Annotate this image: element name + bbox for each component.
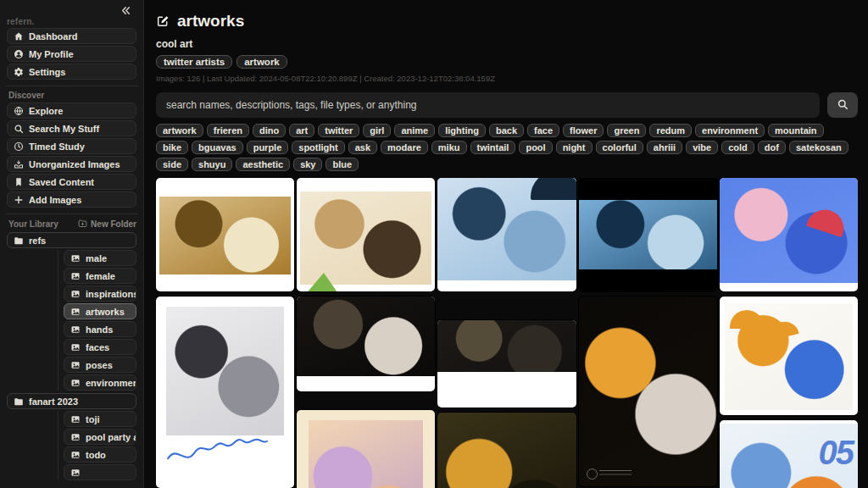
library-item-faces[interactable]: faces bbox=[64, 339, 136, 355]
artwork-card-sakura-violinist[interactable] bbox=[720, 178, 858, 291]
filter-tag-aesthetic[interactable]: aesthetic bbox=[236, 158, 290, 171]
artwork-card-pale-couple-illustration[interactable] bbox=[297, 178, 435, 291]
filter-tag-bguavas[interactable]: bguavas bbox=[192, 141, 243, 154]
filter-tag-ask[interactable]: ask bbox=[348, 141, 377, 154]
image-icon bbox=[70, 378, 81, 388]
filter-tag-ahriii[interactable]: ahriii bbox=[647, 141, 682, 154]
filter-tag-redum[interactable]: redum bbox=[649, 124, 692, 137]
artwork-card-blue-umbrella-duo[interactable] bbox=[437, 178, 576, 291]
library-item-todo[interactable]: todo bbox=[64, 446, 136, 463]
sidebar-item-label: Dashboard bbox=[29, 31, 77, 42]
library-item-hands[interactable]: hands bbox=[64, 321, 136, 337]
filter-tag-dof[interactable]: dof bbox=[758, 141, 786, 154]
collection-tag[interactable]: twitter artists bbox=[156, 55, 232, 69]
artwork-card-dark-ballroom-scene[interactable] bbox=[297, 297, 435, 391]
filter-tag-frieren[interactable]: frieren bbox=[207, 124, 249, 137]
library-item-toji[interactable]: toji bbox=[64, 411, 136, 427]
library-item-label: male bbox=[86, 253, 107, 263]
image-icon bbox=[70, 432, 81, 442]
artwork-card-flame-prayer-figure[interactable] bbox=[579, 297, 717, 486]
sidebar-item-label: My Profile bbox=[29, 49, 74, 59]
library-item-label: artworks bbox=[86, 307, 125, 317]
search-input[interactable] bbox=[156, 92, 820, 118]
library-item-label: hands bbox=[86, 324, 113, 335]
filter-tag-girl[interactable]: girl bbox=[363, 124, 391, 137]
library-section-label: Your Library bbox=[8, 219, 58, 229]
filter-tag-art[interactable]: art bbox=[289, 124, 314, 137]
artwork-card-orange-umbrella-studies[interactable] bbox=[720, 297, 858, 415]
filter-tag-dino[interactable]: dino bbox=[253, 124, 286, 137]
library-item-poses[interactable]: poses bbox=[64, 357, 136, 373]
artwork-card-manga-cover-05[interactable]: 05 bbox=[720, 420, 858, 488]
library-item-pool-party-ahri[interactable]: pool party ahri bbox=[64, 429, 136, 445]
filter-tag-spotlight[interactable]: spotlight bbox=[292, 141, 344, 154]
filter-tag-cold[interactable]: cold bbox=[721, 141, 754, 154]
sidebar-item-my-profile[interactable]: My Profile bbox=[7, 46, 136, 62]
library-folder-fanart-2023[interactable]: fanart 2023 bbox=[7, 393, 136, 409]
sidebar-item-settings[interactable]: Settings bbox=[7, 64, 136, 80]
library-item-male[interactable]: male bbox=[64, 250, 136, 266]
filter-tag-modare[interactable]: modare bbox=[381, 141, 428, 154]
filter-tag-bike[interactable]: bike bbox=[156, 141, 188, 154]
sidebar-item-dashboard[interactable]: Dashboard bbox=[7, 28, 136, 44]
filter-tag-miku[interactable]: miku bbox=[431, 141, 467, 154]
grid-column bbox=[437, 178, 576, 488]
artwork-card-monochrome-duo-illustration[interactable] bbox=[156, 297, 294, 488]
collapse-sidebar-button[interactable] bbox=[120, 4, 136, 19]
library-item-label: pool party ahri bbox=[86, 432, 136, 442]
new-folder-button[interactable]: New Folder bbox=[78, 219, 136, 230]
folder-label: fanart 2023 bbox=[29, 396, 78, 407]
sidebar-item-label: Explore bbox=[29, 106, 63, 116]
filter-tag-face[interactable]: face bbox=[527, 124, 559, 137]
filter-tag-sky[interactable]: sky bbox=[293, 158, 322, 171]
filter-tag-twitter[interactable]: twitter bbox=[318, 124, 359, 137]
artwork-card-dark-crowd-scene[interactable] bbox=[437, 320, 576, 408]
filter-tag-satekosan[interactable]: satekosan bbox=[789, 141, 849, 154]
artwork-card-letterboxed-blue-still[interactable] bbox=[579, 178, 717, 291]
library-item-unnamed[interactable] bbox=[64, 464, 136, 480]
sidebar-item-timed-study[interactable]: Timed Study bbox=[7, 138, 136, 154]
filter-tag-shuyu[interactable]: shuyu bbox=[192, 158, 232, 171]
filter-tag-pool[interactable]: pool bbox=[519, 141, 552, 154]
filter-tag-side[interactable]: side bbox=[156, 158, 188, 171]
image-icon bbox=[70, 468, 81, 478]
filter-tag-green[interactable]: green bbox=[607, 124, 646, 137]
filter-tag-colorful[interactable]: colorful bbox=[596, 141, 643, 154]
filter-tag-lighting[interactable]: lighting bbox=[438, 124, 486, 137]
filter-tag-vibe[interactable]: vibe bbox=[686, 141, 718, 154]
search-button[interactable] bbox=[827, 92, 858, 118]
filter-tag-night[interactable]: night bbox=[556, 141, 593, 154]
filter-tag-artwork[interactable]: artwork bbox=[156, 124, 203, 137]
library-item-artworks[interactable]: artworks bbox=[64, 303, 136, 319]
filter-tag-anime[interactable]: anime bbox=[394, 124, 435, 137]
sidebar-item-saved-content[interactable]: Saved Content bbox=[7, 174, 136, 190]
filter-tag-blue[interactable]: blue bbox=[326, 158, 359, 171]
library-item-label: environment bbox=[86, 378, 136, 388]
sidebar-item-search-my-stuff[interactable]: Search My Stuff bbox=[7, 120, 136, 136]
sidebar-item-unorganized-images[interactable]: Unorganized Images bbox=[7, 156, 136, 172]
artwork-card-lilac-sunset-sea[interactable] bbox=[297, 410, 435, 488]
filter-tag-mountain[interactable]: mountain bbox=[768, 124, 824, 137]
filter-tag-purple[interactable]: purple bbox=[247, 141, 289, 154]
library-folder-refs[interactable]: refs bbox=[7, 232, 136, 248]
filter-tag-flower[interactable]: flower bbox=[563, 124, 604, 137]
gear-icon bbox=[14, 67, 24, 77]
pencil-square-icon[interactable] bbox=[156, 14, 170, 28]
artwork-card-sepia-figures-painting[interactable] bbox=[156, 178, 294, 291]
filter-tag-environment[interactable]: environment bbox=[695, 124, 765, 137]
library-item-inspirations[interactable]: inspirations bbox=[64, 286, 136, 302]
app-logo: refern. bbox=[7, 17, 136, 26]
main-content: artworks cool art twitter artists artwor… bbox=[144, 0, 868, 488]
collection-tag[interactable]: artwork bbox=[236, 55, 287, 69]
plus-icon bbox=[14, 195, 24, 205]
sidebar-item-explore[interactable]: Explore bbox=[7, 103, 136, 119]
filter-tag-twintail[interactable]: twintail bbox=[470, 141, 516, 154]
library-item-female[interactable]: female bbox=[64, 268, 136, 284]
filter-tag-back[interactable]: back bbox=[489, 124, 524, 137]
library-item-label: female bbox=[86, 271, 115, 281]
library-item-environment[interactable]: environment bbox=[64, 374, 136, 391]
library-item-label: faces bbox=[86, 342, 109, 352]
sidebar-item-label: Unorganized Images bbox=[29, 159, 120, 169]
artwork-card-amber-night-walk[interactable] bbox=[437, 413, 576, 488]
sidebar-item-add-images[interactable]: Add Images bbox=[7, 191, 136, 208]
